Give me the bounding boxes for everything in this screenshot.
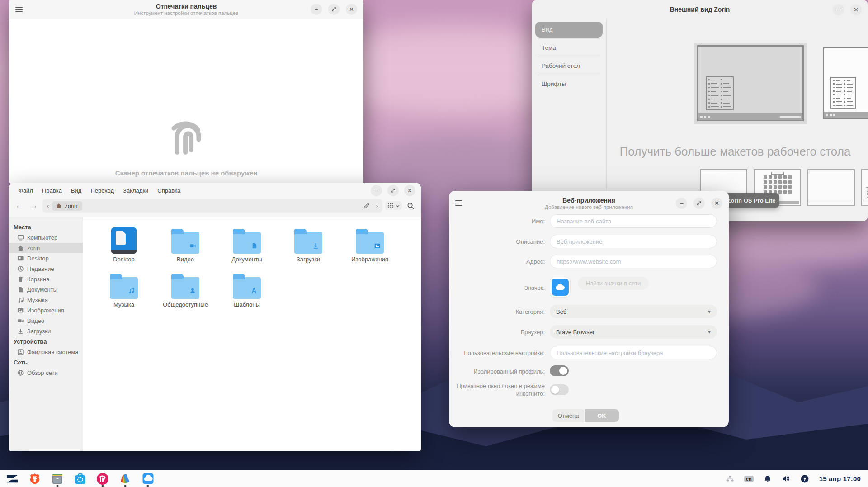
- file-item-документы[interactable]: Документы: [216, 225, 278, 270]
- file-item-шаблоны[interactable]: Шаблоны: [216, 270, 278, 315]
- menu-4[interactable]: Закладки: [119, 185, 152, 196]
- sidebar-item-network[interactable]: Обзор сети: [9, 368, 83, 378]
- recent-icon: [17, 265, 24, 272]
- layout-preview[interactable]: [823, 47, 868, 119]
- breadcrumb[interactable]: zorin: [52, 201, 82, 211]
- sidebar-item-filesystem[interactable]: Файловая система: [9, 347, 83, 357]
- cancel-button[interactable]: Отмена: [552, 409, 584, 422]
- category-select[interactable]: Веб ▾: [550, 305, 717, 318]
- volume-icon[interactable]: [782, 474, 790, 483]
- chevron-left-icon[interactable]: ‹: [45, 203, 51, 209]
- minimize-button[interactable]: –: [311, 4, 322, 15]
- brave-icon[interactable]: [26, 471, 43, 487]
- sidebar-item-desktop-folder[interactable]: Desktop: [9, 253, 83, 264]
- running-indicator: [124, 485, 127, 487]
- isolated-profile-label: Изолированный профиль:: [449, 368, 545, 375]
- maximize-button[interactable]: [387, 185, 399, 196]
- view-mode-button[interactable]: [385, 201, 402, 210]
- menu-1[interactable]: Правка: [38, 185, 66, 196]
- ok-button[interactable]: OK: [585, 409, 619, 422]
- file-item-загрузки[interactable]: Загрузки: [278, 225, 339, 270]
- appearance-tab[interactable]: Тема: [535, 40, 603, 56]
- chevron-right-icon[interactable]: ›: [374, 203, 380, 209]
- sidebar-item-computer[interactable]: Компьютер: [9, 232, 83, 243]
- minimize-button[interactable]: –: [371, 185, 382, 196]
- notifications-bell-icon[interactable]: [764, 475, 772, 483]
- category-label: Категория:: [449, 308, 545, 315]
- appearance-tab[interactable]: Шрифты: [535, 76, 603, 92]
- software-app-icon[interactable]: [71, 471, 89, 487]
- sidebar-item-label: Обзор сети: [27, 369, 58, 376]
- path-bar[interactable]: ‹ zorin ›: [42, 199, 382, 213]
- maximize-button[interactable]: [328, 4, 340, 15]
- file-item-изображения[interactable]: Изображения: [339, 225, 401, 270]
- layout-preview-taskbar[interactable]: [807, 169, 855, 206]
- close-icon[interactable]: ✕: [711, 198, 722, 209]
- appearance-tab[interactable]: Вид: [535, 22, 603, 38]
- file-grid: DesktopВидеоДокументыЗагрузкиИзображения…: [83, 217, 421, 451]
- maximize-button[interactable]: [693, 198, 705, 209]
- close-icon[interactable]: ✕: [346, 4, 357, 15]
- app-icon-picker[interactable]: [550, 277, 571, 298]
- sidebar-section-header: Устройства: [9, 336, 83, 347]
- keyboard-layout-indicator[interactable]: en: [744, 476, 754, 482]
- sidebar-item-video[interactable]: Видео: [9, 316, 83, 326]
- sidebar-item-recent[interactable]: Недавние: [9, 264, 83, 274]
- search-icon[interactable]: [405, 200, 416, 212]
- minimize-button[interactable]: –: [676, 198, 687, 209]
- close-icon[interactable]: ✕: [850, 4, 862, 15]
- menu-5[interactable]: Справка: [153, 185, 184, 196]
- fingerprint-app-icon[interactable]: [94, 471, 111, 487]
- menu-icon[interactable]: [455, 200, 462, 206]
- files-app-icon[interactable]: [49, 471, 66, 487]
- menu-2[interactable]: Вид: [67, 185, 86, 196]
- sidebar-item-music[interactable]: Музыка: [9, 295, 83, 305]
- forward-icon[interactable]: →: [28, 201, 40, 210]
- running-indicator: [57, 485, 59, 487]
- description-input[interactable]: [550, 235, 717, 248]
- browser-select[interactable]: Brave Browser ▾: [550, 325, 717, 339]
- address-input[interactable]: [550, 255, 717, 268]
- webapps-app-icon[interactable]: [139, 471, 156, 487]
- window-title: Внешний вид Zorin: [532, 6, 868, 13]
- sidebar-item-image[interactable]: Изображения: [9, 305, 83, 316]
- sidebar-item-trash[interactable]: Корзина: [9, 274, 83, 284]
- layout-preview-panel[interactable]: [861, 169, 868, 206]
- sidebar-item-home[interactable]: zorin: [9, 243, 83, 253]
- divider: [538, 75, 600, 75]
- name-input[interactable]: [550, 214, 717, 228]
- network-icon[interactable]: [726, 475, 734, 483]
- file-item-музыка[interactable]: Музыка: [93, 270, 155, 315]
- edit-path-icon[interactable]: [361, 200, 373, 212]
- file-label: Изображения: [351, 256, 388, 263]
- clock[interactable]: 15 апр 17:00: [819, 475, 861, 482]
- fingerprint-icon: [161, 112, 211, 163]
- private-window-toggle[interactable]: [550, 384, 569, 395]
- file-item-общедоступные[interactable]: Общедоступные: [155, 270, 216, 315]
- sidebar-item-download[interactable]: Загрузки: [9, 326, 83, 336]
- menu-icon[interactable]: [15, 7, 23, 12]
- appearance-tab[interactable]: Рабочий стол: [535, 58, 603, 74]
- zorin-pro-lite-button[interactable]: Zorin OS Pro Lite: [723, 193, 779, 208]
- cloud-icon: [552, 279, 569, 296]
- appearance-app-icon[interactable]: [117, 471, 134, 487]
- sidebar-item-document[interactable]: Документы: [9, 284, 83, 295]
- find-icons-button[interactable]: Найти значки в сети: [578, 277, 649, 290]
- minimize-button[interactable]: –: [833, 4, 844, 15]
- layout-preview-selected[interactable]: [697, 45, 804, 121]
- address-label: Адрес:: [449, 258, 545, 265]
- custom-settings-input[interactable]: [550, 346, 717, 359]
- file-manager-sidebar: МестаКомпьютерzorinDesktopНедавниеКорзин…: [9, 217, 83, 451]
- taskbar: en 15 апр 17:00: [0, 470, 868, 487]
- isolated-profile-toggle[interactable]: [550, 365, 569, 376]
- menu-3[interactable]: Переход: [86, 185, 118, 196]
- zorin-menu-icon[interactable]: [4, 471, 21, 487]
- webapps-titlebar: Веб-приложения Добавление нового веб-при…: [449, 191, 729, 213]
- file-item-desktop[interactable]: Desktop: [93, 225, 155, 270]
- power-icon[interactable]: [800, 474, 809, 483]
- file-item-видео[interactable]: Видео: [155, 225, 216, 270]
- back-icon[interactable]: ←: [14, 201, 25, 210]
- close-icon[interactable]: ✕: [404, 185, 415, 196]
- menu-0[interactable]: Файл: [14, 185, 37, 196]
- chevron-down-icon: ▾: [708, 329, 711, 335]
